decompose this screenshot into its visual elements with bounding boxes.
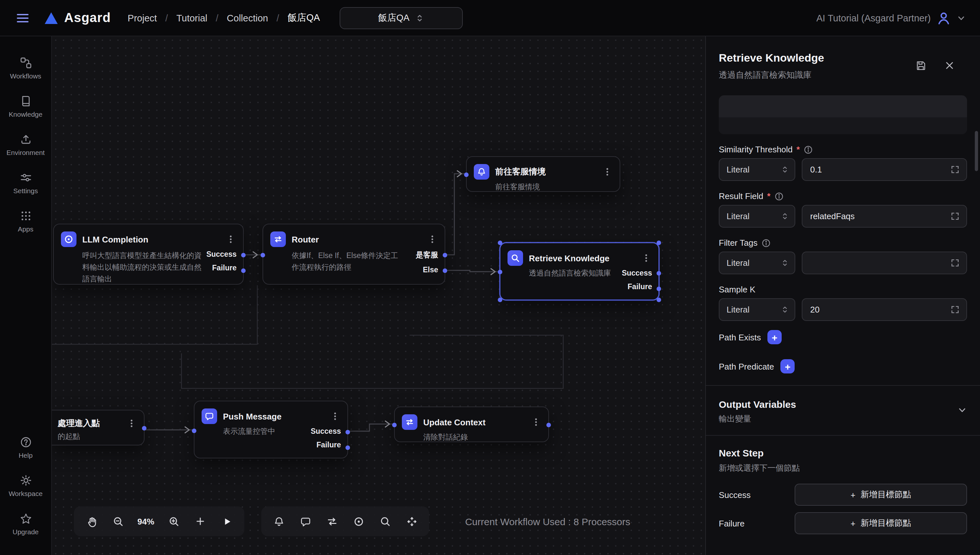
sample-k-input[interactable]: [810, 305, 949, 314]
output-else[interactable]: Else: [416, 266, 438, 274]
output-port[interactable]: [346, 446, 350, 450]
add-router-icon[interactable]: [325, 514, 339, 528]
output-branch[interactable]: 是客服: [416, 250, 438, 260]
node-llm-completion[interactable]: LLM Completion 呼叫大型語言模型並產生結構化的資料輸出以輔助流程的…: [53, 224, 244, 285]
expand-icon[interactable]: [949, 164, 961, 175]
kebab-menu-icon[interactable]: [329, 411, 341, 422]
breadcrumb-collection[interactable]: Collection: [227, 13, 268, 23]
output-port[interactable]: [241, 268, 246, 273]
sidebar-item-knowledge[interactable]: Knowledge: [1, 91, 50, 122]
add-scene-icon[interactable]: [272, 514, 286, 528]
sidebar-item-environment[interactable]: Environment: [1, 130, 50, 160]
expand-icon[interactable]: [949, 304, 961, 316]
info-icon[interactable]: [804, 145, 813, 154]
info-icon[interactable]: [774, 192, 783, 201]
output-failure[interactable]: Failure: [311, 441, 341, 449]
select-value: Literal: [727, 305, 749, 314]
output-failure[interactable]: Failure: [622, 283, 652, 290]
fit-view-icon[interactable]: [404, 514, 419, 528]
workflow-canvas[interactable]: 處理進入點 的起點 LLM Completion 呼叫大型語言模型並產生結構化的…: [52, 36, 705, 555]
search-icon[interactable]: [378, 514, 392, 528]
selection-handle[interactable]: [657, 298, 661, 302]
output-port[interactable]: [546, 423, 551, 427]
input-port[interactable]: [498, 270, 502, 274]
info-icon[interactable]: [761, 238, 770, 247]
selection-handle[interactable]: [657, 241, 661, 245]
chevron-down-icon[interactable]: [957, 405, 967, 415]
label-text: Sample K: [719, 285, 756, 294]
type-select-similarity[interactable]: Literal: [719, 158, 795, 181]
run-workflow-icon[interactable]: [220, 514, 234, 528]
result-field-input[interactable]: [810, 212, 949, 221]
panel-scrollbar[interactable]: [975, 131, 978, 171]
node-entry[interactable]: 處理進入點 的起點: [52, 410, 144, 446]
output-success[interactable]: Success: [622, 269, 652, 277]
sidebar-item-apps[interactable]: Apps: [1, 206, 50, 237]
kebab-menu-icon[interactable]: [426, 233, 438, 245]
breadcrumb-tutorial[interactable]: Tutorial: [176, 13, 207, 23]
selection-handle[interactable]: [498, 241, 502, 245]
output-success[interactable]: Success: [311, 427, 341, 435]
pan-hand-icon[interactable]: [84, 514, 99, 528]
knowledge-field-partial[interactable]: [719, 95, 967, 134]
sidebar-item-settings[interactable]: Settings: [1, 168, 50, 198]
input-port[interactable]: [261, 253, 265, 257]
add-llm-icon[interactable]: [351, 514, 365, 528]
kebab-menu-icon[interactable]: [641, 252, 652, 264]
selection-handle[interactable]: [498, 298, 502, 302]
output-port[interactable]: [443, 268, 447, 273]
output-port[interactable]: [443, 253, 447, 257]
input-port[interactable]: [392, 423, 397, 427]
sidebar-item-upgrade[interactable]: Upgrade: [1, 509, 50, 539]
sidebar-item-workflows[interactable]: Workflows: [1, 53, 50, 83]
add-target-node-failure-button[interactable]: + 新增目標節點: [794, 512, 967, 534]
breadcrumb-project[interactable]: Project: [128, 13, 157, 23]
output-port[interactable]: [657, 271, 661, 276]
add-icon[interactable]: [193, 514, 207, 528]
kebab-menu-icon[interactable]: [530, 416, 542, 428]
kebab-menu-icon[interactable]: [602, 166, 613, 178]
kebab-menu-icon[interactable]: [126, 417, 138, 429]
sidebar-item-help[interactable]: Help: [1, 433, 50, 463]
expand-icon[interactable]: [949, 257, 961, 269]
sidebar-item-workspace[interactable]: Workspace: [1, 471, 50, 501]
add-target-node-success-button[interactable]: + 新增目標節點: [794, 484, 967, 506]
input-port[interactable]: [464, 172, 469, 177]
type-select-filter-tags[interactable]: Literal: [719, 252, 795, 274]
output-port[interactable]: [657, 287, 661, 291]
type-select-result-field[interactable]: Literal: [719, 205, 795, 228]
user-icon[interactable]: [937, 11, 951, 25]
add-message-icon[interactable]: [298, 514, 312, 528]
input-port[interactable]: [192, 428, 196, 433]
breadcrumb: Project / Tutorial / Collection / 飯店QA: [128, 12, 320, 24]
add-path-predicate-button[interactable]: +: [781, 359, 795, 374]
chevron-down-icon[interactable]: [957, 13, 966, 22]
output-port[interactable]: [142, 426, 146, 430]
output-success[interactable]: Success: [207, 250, 237, 258]
close-icon[interactable]: [944, 59, 955, 71]
output-port[interactable]: [241, 253, 246, 257]
filter-tags-input[interactable]: [810, 258, 949, 268]
save-icon[interactable]: [915, 59, 927, 71]
workflow-select[interactable]: 飯店QA: [339, 7, 463, 29]
label-text: Result Field: [719, 191, 763, 201]
similarity-threshold-input[interactable]: [810, 165, 949, 175]
breadcrumb-current[interactable]: 飯店QA: [287, 12, 320, 24]
node-push-message[interactable]: Push Message 表示流量控管中 Success Failure: [194, 401, 348, 459]
zoom-out-icon[interactable]: [111, 514, 125, 528]
expand-icon[interactable]: [949, 210, 961, 222]
output-failure[interactable]: Failure: [207, 264, 237, 272]
node-goto-cs[interactable]: 前往客服情境 前往客服情境: [466, 156, 620, 192]
output-port[interactable]: [346, 430, 350, 435]
account-menu[interactable]: AI Tutorial (Asgard Partner): [816, 11, 966, 25]
select-value: Literal: [727, 258, 749, 268]
menu-icon[interactable]: [14, 10, 31, 26]
zoom-in-icon[interactable]: [167, 514, 181, 528]
output-variables-section[interactable]: Output Variables 輸出變量: [719, 399, 967, 425]
node-retrieve-knowledge[interactable]: Retrieve Knowledge 透過自然語言檢索知識庫 Success F…: [500, 242, 659, 300]
node-update-context[interactable]: Update Context 清除對話紀錄: [394, 406, 549, 442]
type-select-sample-k[interactable]: Literal: [719, 298, 795, 321]
kebab-menu-icon[interactable]: [225, 233, 237, 245]
node-router[interactable]: Router 依據If、Else If、Else條件決定工作流程執行的路徑 是客…: [263, 224, 445, 285]
add-path-exists-button[interactable]: +: [767, 330, 781, 344]
